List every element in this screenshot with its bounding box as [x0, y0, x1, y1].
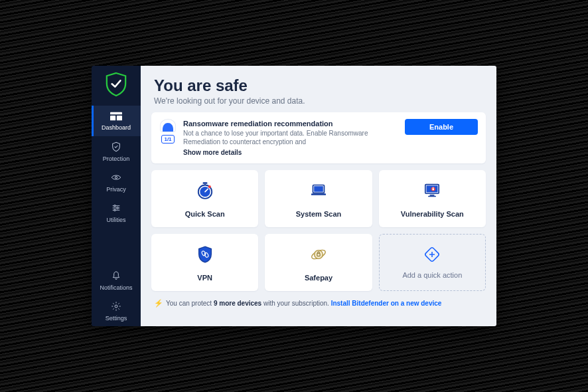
tile-label: Quick Scan	[185, 210, 225, 218]
monitor-lock-icon	[421, 179, 443, 205]
tile-label: VPN	[197, 274, 212, 282]
tile-label: Vulnerability Scan	[401, 210, 464, 218]
status-header: You are safe We're looking out for your …	[141, 66, 496, 112]
nav-label: Privacy	[106, 186, 126, 193]
nav-protection[interactable]: Protection	[92, 136, 141, 167]
svg-rect-1	[110, 116, 115, 120]
quick-actions-grid: Quick Scan System Scan Vulnerability Sca…	[151, 170, 486, 291]
svg-point-8	[117, 207, 118, 208]
tile-system-scan[interactable]: System Scan	[265, 170, 372, 227]
sidebar: Dashboard Protection Privacy Utilities	[92, 66, 141, 326]
bolt-icon: ⚡	[154, 299, 163, 308]
nav-privacy[interactable]: Privacy	[92, 167, 141, 197]
show-more-link[interactable]: Show more details	[183, 148, 398, 157]
device-count: 9 more devices	[214, 300, 261, 307]
nav-label: Notifications	[100, 284, 132, 291]
vpn-shield-icon	[194, 243, 216, 268]
status-subtitle: We're looking out for your device and da…	[154, 96, 483, 106]
svg-rect-14	[202, 183, 207, 185]
svg-rect-0	[110, 112, 122, 114]
svg-point-3	[115, 176, 117, 178]
recommendation-counter: 1/1	[161, 135, 174, 144]
nav-settings[interactable]: Settings	[92, 296, 141, 326]
tile-quick-scan[interactable]: Quick Scan	[151, 170, 258, 227]
app-logo	[92, 66, 141, 106]
nav-label: Utilities	[106, 217, 125, 223]
nav-label: Settings	[106, 315, 127, 322]
nav-notifications[interactable]: Notifications	[92, 265, 141, 296]
footer-text: You can protect 9 more devices with your…	[166, 300, 441, 307]
svg-rect-18	[314, 187, 323, 193]
dashboard-icon	[110, 112, 122, 122]
svg-point-10	[115, 305, 117, 308]
tile-label: System Scan	[296, 210, 341, 218]
plus-diamond-icon	[423, 246, 441, 266]
tile-safepay[interactable]: Safepay	[265, 234, 372, 291]
tile-vulnerability-scan[interactable]: Vulnerability Scan	[379, 170, 486, 227]
safepay-icon	[307, 243, 330, 268]
tile-vpn[interactable]: VPN	[151, 234, 258, 291]
eye-icon	[111, 172, 121, 184]
tile-label: Safepay	[305, 274, 332, 282]
nav-label: Protection	[103, 155, 130, 162]
shield-icon	[111, 142, 121, 153]
nav-dashboard[interactable]: Dashboard	[92, 106, 141, 136]
svg-point-9	[114, 209, 115, 211]
svg-rect-22	[430, 195, 435, 196]
recommendation-title: Ransomware remediation recommendation	[183, 119, 398, 129]
svg-rect-2	[117, 116, 122, 120]
status-title: You are safe	[154, 76, 483, 95]
ransomware-icon	[160, 119, 176, 132]
svg-rect-23	[428, 196, 436, 197]
app-window: Dashboard Protection Privacy Utilities	[92, 66, 496, 326]
recommendation-body: Not a chance to lose your important data…	[183, 129, 398, 147]
enable-button[interactable]: Enable	[405, 119, 478, 135]
svg-point-16	[208, 185, 210, 188]
svg-rect-25	[433, 189, 435, 191]
main-panel: You are safe We're looking out for your …	[141, 66, 496, 326]
install-link[interactable]: Install Bitdefender on a new device	[331, 300, 442, 307]
footer-promo: ⚡ You can protect 9 more devices with yo…	[151, 298, 486, 308]
tile-add-action[interactable]: Add a quick action	[379, 234, 486, 291]
stopwatch-icon	[194, 179, 216, 205]
shield-check-icon	[105, 72, 127, 100]
bell-icon	[111, 270, 121, 282]
nav-utilities[interactable]: Utilities	[92, 197, 141, 228]
recommendation-card: 1/1 Ransomware remediation recommendatio…	[151, 112, 486, 163]
svg-point-7	[114, 205, 115, 206]
nav-label: Dashboard	[102, 124, 131, 131]
svg-rect-19	[311, 194, 326, 196]
gear-icon	[111, 301, 121, 313]
tile-label: Add a quick action	[402, 271, 462, 279]
laptop-icon	[307, 179, 330, 205]
sliders-icon	[111, 203, 121, 215]
